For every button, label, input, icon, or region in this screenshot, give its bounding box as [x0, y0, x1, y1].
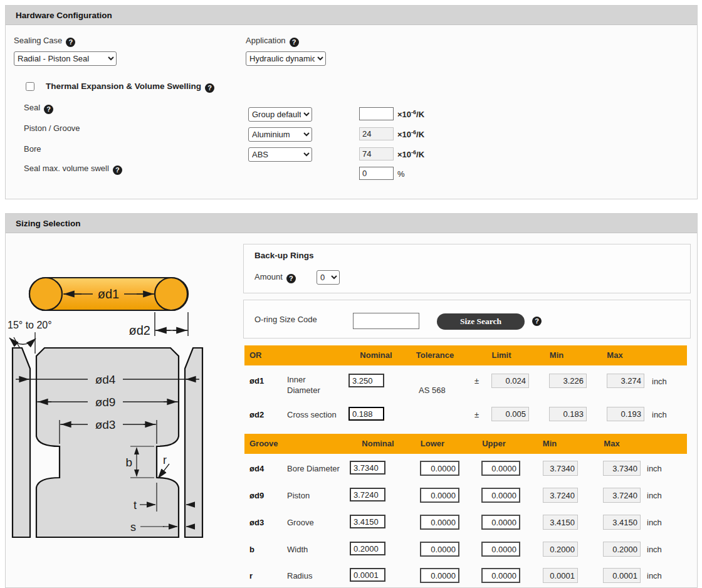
seal-material-select[interactable]: Group default: [248, 107, 312, 122]
size-search-button[interactable]: Size Search: [437, 313, 525, 330]
od4-lower-input[interactable]: [420, 461, 459, 476]
seal-help-icon[interactable]: ?: [44, 105, 53, 114]
seal-max-volume-swell-help-icon[interactable]: ?: [113, 165, 122, 175]
od4-nominal-input[interactable]: [350, 461, 385, 475]
od3-upper-input[interactable]: [481, 515, 520, 530]
groove-header-nominal: Nominal: [362, 439, 394, 448]
r-min-input[interactable]: [543, 568, 578, 583]
od1-nominal-input[interactable]: [348, 374, 384, 387]
od2-max-input[interactable]: [607, 407, 644, 421]
application-select[interactable]: Hydraulic dynamic: [246, 51, 326, 66]
hardware-configuration-header: Hardware Configuration: [6, 6, 697, 25]
b-nominal-input[interactable]: [350, 542, 385, 555]
od3-nominal-input[interactable]: [350, 515, 385, 528]
od9-unit-label: inch: [647, 491, 662, 500]
thermal-expansion-help-icon[interactable]: ?: [205, 83, 214, 93]
size-code-input[interactable]: [353, 313, 419, 329]
od1-diagram-label: ød1: [98, 287, 119, 301]
od2-plusminus: ±: [474, 410, 479, 419]
application-help-icon[interactable]: ?: [290, 38, 299, 47]
od1-max-input[interactable]: [607, 374, 644, 388]
thermal-expansion-label: Thermal Expansion & Volume Swelling?: [46, 81, 214, 93]
angle-diagram-label: 15° to 20°: [8, 320, 52, 330]
od1-min-input[interactable]: [549, 374, 587, 388]
or-row-name: Inner Diameter: [287, 374, 338, 396]
bore-material-select[interactable]: ABS: [248, 147, 312, 162]
od9-max-input[interactable]: [603, 488, 641, 503]
od9-diagram-label: ød9: [95, 396, 116, 409]
od2-nominal-input[interactable]: [348, 407, 384, 421]
groove-header-groove: Groove: [249, 439, 278, 448]
od9-upper-input[interactable]: [481, 488, 520, 503]
sizing-selection-header: Sizing Selection: [6, 214, 697, 233]
groove-row-name: Bore Diameter: [287, 464, 340, 473]
od9-nominal-input[interactable]: [350, 488, 385, 501]
r-lower-input[interactable]: [420, 568, 459, 583]
groove-row-symbol: ød4: [249, 464, 264, 473]
od1-tolerance-label: AS 568: [419, 386, 446, 395]
od9-lower-input[interactable]: [420, 488, 459, 503]
od3-lower-input[interactable]: [420, 515, 459, 530]
od3-diagram-label: ød3: [95, 418, 116, 431]
page: Hardware Configuration Sealing Case? Rad…: [0, 0, 702, 588]
b-min-input[interactable]: [543, 542, 578, 557]
b-max-input[interactable]: [603, 542, 641, 557]
application-label: Application?: [246, 36, 299, 47]
b-unit-label: inch: [647, 545, 662, 554]
piston-expansion-input[interactable]: [359, 127, 394, 140]
od2-min-input[interactable]: [549, 407, 587, 421]
groove-row-symbol: b: [249, 545, 254, 554]
od4-max-input[interactable]: [603, 461, 641, 476]
piston-groove-material-select[interactable]: Aluminium: [248, 127, 312, 142]
or-row-symbol: ød1: [249, 376, 264, 386]
r-max-input[interactable]: [603, 568, 641, 583]
od4-unit-label: inch: [647, 464, 662, 473]
seal-expansion-input[interactable]: [359, 107, 394, 120]
or-header-limit: Limit: [491, 350, 511, 360]
od4-min-input[interactable]: [543, 461, 578, 476]
seal-expansion-unit: ×10-6/K: [397, 109, 424, 119]
sealing-case-select[interactable]: Radial - Piston Seal: [14, 51, 117, 66]
od1-plusminus: ±: [474, 376, 479, 386]
od4-upper-input[interactable]: [481, 461, 520, 476]
b-lower-input[interactable]: [420, 542, 459, 557]
od2-limit-input[interactable]: [491, 407, 529, 421]
seal-label: Seal?: [24, 103, 53, 114]
od3-unit-label: inch: [647, 518, 662, 527]
backup-amount-select[interactable]: 0: [317, 270, 340, 285]
or-row-name: Cross section: [287, 410, 337, 419]
sizing-selection-title: Sizing Selection: [16, 219, 81, 228]
od1-limit-input[interactable]: [491, 374, 529, 388]
groove-row-symbol: ød3: [249, 518, 264, 527]
r-nominal-input[interactable]: [350, 568, 385, 582]
r-diagram-label: r: [163, 454, 167, 466]
bore-expansion-input[interactable]: [359, 147, 394, 160]
od2-unit-label: inch: [652, 410, 667, 419]
thermal-expansion-checkbox[interactable]: [26, 82, 34, 91]
od3-max-input[interactable]: [603, 515, 641, 530]
size-search-help-icon[interactable]: ?: [532, 317, 542, 326]
volume-swell-unit: %: [397, 169, 405, 179]
od2-diagram-label: ød2: [129, 323, 150, 337]
groove-row-symbol: ød9: [249, 491, 264, 500]
or-table-header: OR Nominal Tolerance Limit Min Max: [244, 345, 687, 365]
backup-amount-help-icon[interactable]: ?: [286, 274, 296, 283]
backup-amount-label: Amount?: [254, 272, 296, 283]
s-diagram-label: s: [130, 521, 136, 533]
r-upper-input[interactable]: [481, 568, 520, 583]
groove-header-max: Max: [604, 439, 619, 448]
r-unit-label: inch: [647, 571, 662, 580]
od3-min-input[interactable]: [543, 515, 578, 530]
seal-groove-diagram: ød1 ød2 15° to 20°: [6, 243, 226, 543]
groove-table-header: Groove Nominal Lower Upper Min Max: [244, 434, 687, 454]
groove-header-lower: Lower: [421, 439, 444, 448]
hardware-configuration-title: Hardware Configuration: [16, 11, 112, 20]
b-diagram-label: b: [125, 456, 132, 469]
od2-dimension: [155, 312, 188, 336]
od9-min-input[interactable]: [543, 488, 578, 503]
sealing-case-help-icon[interactable]: ?: [66, 38, 75, 47]
volume-swell-input[interactable]: [359, 167, 394, 180]
backup-rings-title: Back-up Rings: [254, 251, 314, 260]
or-header-tolerance: Tolerance: [416, 350, 454, 360]
b-upper-input[interactable]: [481, 542, 520, 557]
